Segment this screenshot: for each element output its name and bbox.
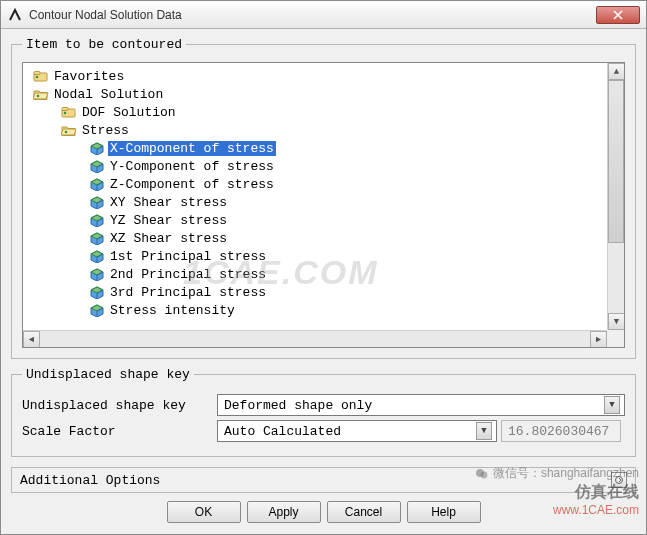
dialog-content: Item to be contoured FavoritesNodal Solu… [1, 29, 646, 534]
tree-item-label: XY Shear stress [108, 195, 229, 210]
dropdown-value: Auto Calculated [224, 424, 476, 439]
shape-key-dropdown[interactable]: Deformed shape only ▼ [217, 394, 625, 416]
window-title: Contour Nodal Solution Data [29, 8, 596, 22]
scroll-left-icon[interactable]: ◄ [23, 331, 40, 348]
expand-icon[interactable] [611, 472, 627, 488]
scroll-up-icon[interactable]: ▲ [608, 63, 625, 80]
tree-item[interactable]: DOF Solution [29, 103, 607, 121]
cube-icon [89, 285, 105, 299]
svg-point-7 [65, 130, 68, 133]
group-legend: Undisplaced shape key [22, 367, 194, 382]
folder-open-icon [33, 87, 49, 101]
horizontal-scrollbar[interactable]: ◄ ► [23, 330, 607, 347]
scale-factor-dropdown[interactable]: Auto Calculated ▼ [217, 420, 497, 442]
tree-item-label: Z-Component of stress [108, 177, 276, 192]
tree-item-label: Nodal Solution [52, 87, 165, 102]
tree-item-label: YZ Shear stress [108, 213, 229, 228]
ok-button[interactable]: OK [167, 501, 241, 523]
svg-rect-1 [34, 71, 40, 74]
tree-item[interactable]: Stress [29, 121, 607, 139]
svg-point-2 [36, 75, 39, 78]
tree-item[interactable]: X-Component of stress [29, 139, 607, 157]
tree-item-label: DOF Solution [80, 105, 178, 120]
svg-rect-5 [62, 107, 68, 110]
form-row-scale-factor: Scale Factor Auto Calculated ▼ 16.802603… [22, 420, 625, 442]
tree-item[interactable]: YZ Shear stress [29, 211, 607, 229]
shape-key-label: Undisplaced shape key [22, 398, 217, 413]
cube-icon [89, 177, 105, 191]
tree-item-label: 2nd Principal stress [108, 267, 268, 282]
folder-icon [33, 69, 49, 83]
folder-icon [61, 105, 77, 119]
scroll-track[interactable] [608, 80, 624, 313]
app-icon [7, 7, 23, 23]
tree-item-label: Y-Component of stress [108, 159, 276, 174]
tree-item[interactable]: Y-Component of stress [29, 157, 607, 175]
tree-item[interactable]: Z-Component of stress [29, 175, 607, 193]
cancel-button[interactable]: Cancel [327, 501, 401, 523]
cube-icon [89, 267, 105, 281]
cube-icon [89, 249, 105, 263]
folder-open-icon [61, 123, 77, 137]
scale-factor-label: Scale Factor [22, 424, 217, 439]
additional-options-bar[interactable]: Additional Options [11, 467, 636, 493]
additional-options-label: Additional Options [20, 473, 160, 488]
form-row-shape-key: Undisplaced shape key Deformed shape onl… [22, 394, 625, 416]
tree-item-label: XZ Shear stress [108, 231, 229, 246]
tree-item[interactable]: Nodal Solution [29, 85, 607, 103]
tree-item[interactable]: Stress intensity [29, 301, 607, 319]
item-to-be-contoured-group: Item to be contoured FavoritesNodal Solu… [11, 37, 636, 359]
cube-icon [89, 231, 105, 245]
dropdown-value: Deformed shape only [224, 398, 604, 413]
tree-item-label: Favorites [52, 69, 126, 84]
vertical-scrollbar[interactable]: ▲ ▼ [607, 63, 624, 330]
tree-item[interactable]: 2nd Principal stress [29, 265, 607, 283]
tree-item[interactable]: 1st Principal stress [29, 247, 607, 265]
tree-item-label: Stress intensity [108, 303, 237, 318]
svg-point-3 [37, 94, 40, 97]
tree-item[interactable]: XY Shear stress [29, 193, 607, 211]
tree-item-label: Stress [80, 123, 131, 138]
scroll-corner [607, 330, 624, 347]
tree-view[interactable]: FavoritesNodal SolutionDOF SolutionStres… [22, 62, 625, 348]
svg-point-6 [64, 111, 67, 114]
help-button[interactable]: Help [407, 501, 481, 523]
chevron-down-icon[interactable]: ▼ [476, 422, 492, 440]
tree-item[interactable]: 3rd Principal stress [29, 283, 607, 301]
close-button[interactable] [596, 6, 640, 24]
tree-item[interactable]: Favorites [29, 67, 607, 85]
tree-item-label: X-Component of stress [108, 141, 276, 156]
tree-item-label: 1st Principal stress [108, 249, 268, 264]
tree-item-label: 3rd Principal stress [108, 285, 268, 300]
scroll-thumb[interactable] [608, 80, 624, 243]
cube-icon [89, 141, 105, 155]
apply-button[interactable]: Apply [247, 501, 321, 523]
scale-factor-value: 16.8026030467 [501, 420, 621, 442]
cube-icon [89, 303, 105, 317]
scroll-right-icon[interactable]: ► [590, 331, 607, 348]
tree-item[interactable]: XZ Shear stress [29, 229, 607, 247]
cube-icon [89, 213, 105, 227]
cube-icon [89, 195, 105, 209]
scroll-down-icon[interactable]: ▼ [608, 313, 625, 330]
button-row: OK Apply Cancel Help [11, 493, 636, 527]
scroll-track-h[interactable] [40, 331, 590, 347]
chevron-down-icon[interactable]: ▼ [604, 396, 620, 414]
cube-icon [89, 159, 105, 173]
dialog-window: Contour Nodal Solution Data Item to be c… [0, 0, 647, 535]
undisplaced-shape-key-group: Undisplaced shape key Undisplaced shape … [11, 367, 636, 457]
titlebar[interactable]: Contour Nodal Solution Data [1, 1, 646, 29]
group-legend: Item to be contoured [22, 37, 186, 52]
